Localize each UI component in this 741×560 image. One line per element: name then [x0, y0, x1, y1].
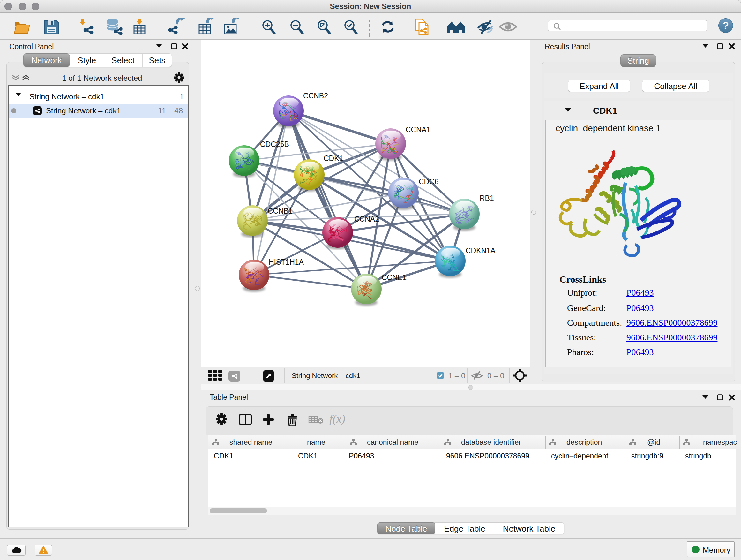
svg-text:CCNA2: CCNA2 — [354, 215, 379, 223]
svg-text:HIST1H1A: HIST1H1A — [269, 258, 304, 266]
svg-text:RB1: RB1 — [480, 194, 494, 202]
svg-text:CCNA1: CCNA1 — [406, 125, 430, 134]
svg-text:CCNE1: CCNE1 — [382, 273, 407, 282]
svg-text:CDK1: CDK1 — [324, 154, 343, 163]
svg-text:CDKN1A: CDKN1A — [466, 246, 495, 255]
svg-text:CCNB1: CCNB1 — [268, 207, 293, 215]
svg-text:CDC6: CDC6 — [419, 178, 439, 186]
svg-text:CDC25B: CDC25B — [260, 140, 289, 148]
svg-text:CCNB2: CCNB2 — [303, 91, 328, 100]
